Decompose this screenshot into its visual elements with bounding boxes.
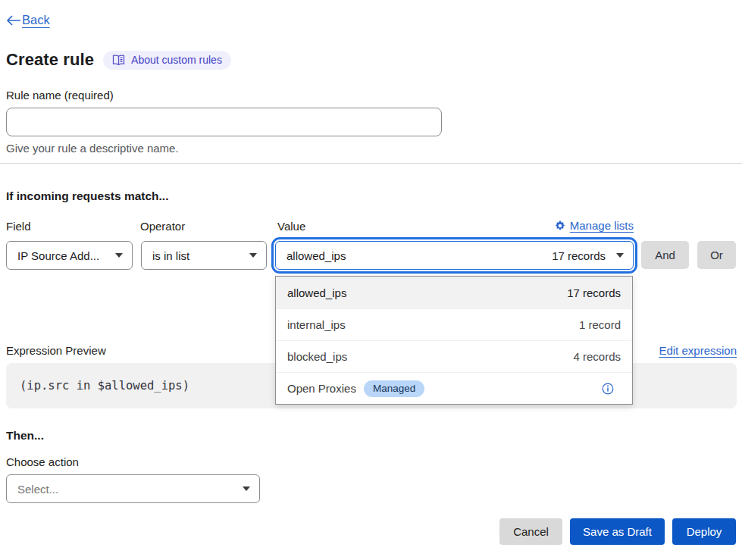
- cancel-button[interactable]: Cancel: [499, 518, 562, 545]
- save-as-draft-button[interactable]: Save as Draft: [570, 518, 665, 545]
- title-row: Create rule About custom rules: [6, 50, 231, 70]
- list-record-count: 4 records: [573, 350, 621, 363]
- rule-name-label: Rule name (required): [6, 89, 114, 102]
- list-record-count: 17 records: [567, 286, 621, 299]
- info-icon[interactable]: [602, 383, 614, 395]
- field-select[interactable]: IP Source Add...: [6, 241, 133, 270]
- and-button[interactable]: And: [641, 241, 689, 269]
- chevron-down-icon: [115, 253, 123, 258]
- back-label: Back: [22, 13, 50, 27]
- expression-preview-label: Expression Preview: [6, 344, 106, 357]
- gear-icon: [555, 221, 565, 231]
- expression-code: (ip.src in $allowed_ips): [20, 379, 189, 393]
- field-column-label: Field: [6, 220, 31, 233]
- value-column-label: Value: [277, 220, 305, 233]
- edit-expression-link[interactable]: Edit expression: [659, 344, 737, 357]
- operator-select[interactable]: is in list: [141, 241, 267, 270]
- dropdown-item-allowed-ips[interactable]: allowed_ips 17 records: [276, 277, 632, 308]
- list-record-count: 1 record: [579, 318, 621, 331]
- dropdown-item-open-proxies[interactable]: Open Proxies Managed: [276, 372, 632, 404]
- operator-select-value: is in list: [152, 249, 249, 262]
- deploy-button[interactable]: Deploy: [672, 518, 736, 545]
- rule-name-input[interactable]: [6, 108, 442, 136]
- choose-action-label: Choose action: [6, 455, 79, 468]
- or-button[interactable]: Or: [697, 241, 736, 269]
- dropdown-item-blocked-ips[interactable]: blocked_ips 4 records: [276, 340, 632, 372]
- back-link[interactable]: Back: [6, 13, 50, 27]
- section-divider: [0, 163, 742, 164]
- value-selected-name: allowed_ips: [286, 249, 552, 262]
- match-section-heading: If incoming requests match...: [6, 189, 168, 203]
- about-badge-label: About custom rules: [131, 54, 222, 66]
- manage-lists-link[interactable]: Manage lists: [555, 219, 634, 232]
- then-section-heading: Then...: [6, 429, 44, 443]
- rule-name-helper: Give your rule a descriptive name.: [6, 142, 179, 155]
- dropdown-item-internal-ips[interactable]: internal_ips 1 record: [276, 308, 632, 340]
- chevron-down-icon: [249, 253, 257, 258]
- page-title: Create rule: [6, 50, 94, 70]
- chevron-down-icon: [616, 253, 624, 258]
- value-combobox[interactable]: allowed_ips 17 records: [275, 241, 634, 270]
- list-name: allowed_ips: [287, 286, 567, 299]
- value-dropdown-panel: allowed_ips 17 records internal_ips 1 re…: [275, 276, 633, 405]
- book-icon: [112, 55, 125, 66]
- action-select[interactable]: Select...: [6, 474, 260, 503]
- list-name: internal_ips: [287, 318, 579, 331]
- back-arrow-icon: [6, 15, 21, 26]
- chevron-down-icon: [243, 486, 250, 491]
- manage-lists-label: Manage lists: [570, 219, 634, 232]
- about-custom-rules-badge[interactable]: About custom rules: [103, 51, 231, 70]
- operator-column-label: Operator: [140, 220, 185, 233]
- list-name: Open Proxies: [287, 382, 356, 395]
- action-select-placeholder: Select...: [17, 483, 243, 496]
- list-name: blocked_ips: [287, 350, 573, 363]
- value-selected-count: 17 records: [552, 249, 606, 262]
- field-select-value: IP Source Add...: [17, 249, 115, 262]
- managed-badge: Managed: [364, 380, 424, 397]
